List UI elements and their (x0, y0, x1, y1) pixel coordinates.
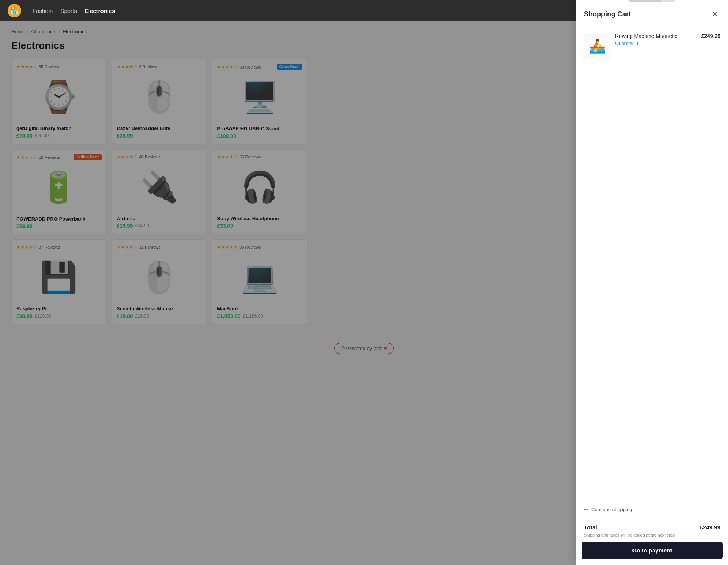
cart-panel: Shopping Cart ✕ 🚣 Rowing Machine Magneti… (576, 0, 728, 365)
cart-items: 🚣 Rowing Machine Magnetic Quantity: 1 £2… (576, 27, 728, 365)
cart-item-info: Rowing Machine Magnetic Quantity: 1 (615, 33, 697, 46)
logo[interactable]: 🏪 (8, 4, 21, 17)
cart-title: Shopping Cart (584, 10, 631, 18)
cart-item-quantity: Quantity: 1 (615, 41, 697, 46)
progress-fill (629, 0, 661, 2)
nav-links: Fashion Sports Electronics (33, 8, 637, 14)
cart-close-button[interactable]: ✕ (709, 8, 720, 20)
cart-item-price: £249.99 (701, 33, 720, 39)
cart-item-emoji: 🚣 (589, 38, 606, 54)
nav-sports[interactable]: Sports (60, 8, 77, 14)
cart-item-image: 🚣 (584, 33, 610, 59)
nav-fashion[interactable]: Fashion (33, 8, 53, 14)
cart-header: Shopping Cart ✕ (576, 2, 728, 27)
progress-bar (629, 0, 675, 2)
logo-icon: 🏪 (8, 4, 21, 17)
cart-item-name: Rowing Machine Magnetic (615, 33, 697, 39)
cart-item-c1: 🚣 Rowing Machine Magnetic Quantity: 1 £2… (584, 33, 720, 59)
nav-electronics[interactable]: Electronics (85, 8, 115, 14)
